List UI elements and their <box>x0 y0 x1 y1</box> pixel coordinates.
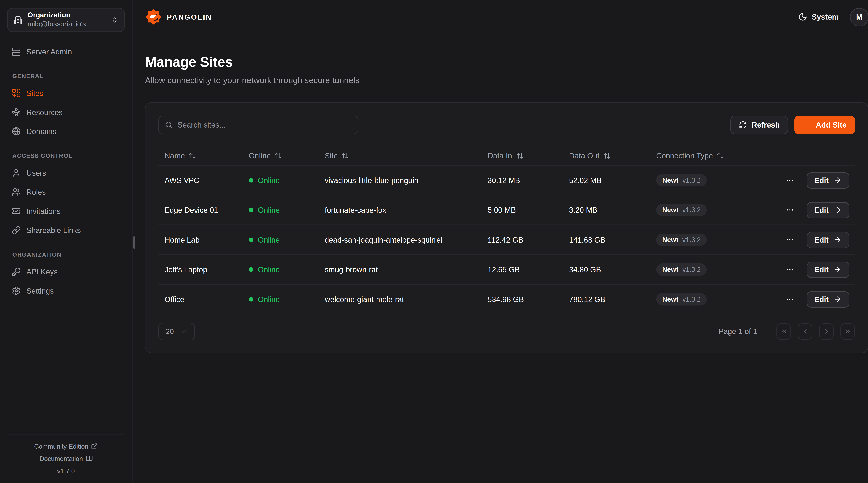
row-menu-button[interactable] <box>785 235 794 244</box>
search-input[interactable] <box>178 121 352 129</box>
chevron-right-icon <box>823 328 830 335</box>
cell-site: welcome-giant-mole-rat <box>318 295 482 303</box>
cell-data-out: 141.68 GB <box>563 235 650 244</box>
connection-badge: Newtv1.3.2 <box>656 263 707 276</box>
column-header-online[interactable]: Online <box>243 152 318 160</box>
sidebar-item-invitations[interactable]: Invitations <box>7 204 125 218</box>
arrow-right-icon <box>834 176 841 184</box>
search-icon <box>165 121 173 129</box>
table-row: Jeff's Laptop Online smug-brown-rat 12.6… <box>158 255 855 285</box>
globe-icon <box>12 127 21 136</box>
column-header-name[interactable]: Name <box>158 152 243 160</box>
sidebar-item-api-keys[interactable]: API Keys <box>7 264 125 279</box>
table-row: AWS VPC Online vivacious-little-blue-pen… <box>158 166 855 196</box>
sites-card: Refresh Add Site Name Online Site Data I… <box>145 102 868 353</box>
column-header-site[interactable]: Site <box>318 152 482 160</box>
ellipsis-icon <box>785 205 794 215</box>
last-page-button[interactable] <box>840 323 855 340</box>
chevron-left-icon <box>801 328 809 335</box>
external-link-icon <box>91 443 98 450</box>
moon-icon <box>798 12 807 21</box>
status-badge: Online <box>258 295 280 303</box>
page-size-select[interactable]: 20 <box>158 323 195 340</box>
connection-badge: Newtv1.3.2 <box>656 174 707 186</box>
brand[interactable]: PANGOLIN <box>145 8 212 25</box>
cell-data-out: 780.12 GB <box>563 295 650 303</box>
server-icon <box>12 47 21 56</box>
sort-icon <box>189 152 196 159</box>
connection-badge: Newtv1.3.2 <box>656 293 707 305</box>
cell-connection-type: Newtv1.3.2 <box>650 204 745 216</box>
sidebar-item-label: Settings <box>26 287 54 295</box>
online-dot <box>249 267 253 272</box>
status-badge: Online <box>258 206 280 214</box>
arrow-right-icon <box>834 236 841 244</box>
cell-data-out: 3.20 MB <box>563 206 650 214</box>
online-dot <box>249 297 253 301</box>
column-header-data-out[interactable]: Data Out <box>563 152 650 160</box>
row-menu-button[interactable] <box>785 295 794 304</box>
cell-name: AWS VPC <box>158 176 243 185</box>
cell-online: Online <box>243 176 318 185</box>
pangolin-logo-icon <box>145 8 162 25</box>
row-menu-button[interactable] <box>785 205 794 215</box>
status-badge: Online <box>258 176 280 185</box>
sidebar-item-domains[interactable]: Domains <box>7 124 125 139</box>
online-dot <box>249 237 253 242</box>
waypoints-icon <box>12 108 21 117</box>
chevrons-left-icon <box>780 328 787 335</box>
main-content: PANGOLIN System M Manage Sites Allow con… <box>133 0 868 483</box>
next-page-button[interactable] <box>819 323 834 340</box>
org-selector[interactable]: Organization milo@fossorial.io's ... <box>7 8 125 32</box>
documentation-link[interactable]: Documentation <box>39 452 93 465</box>
sidebar-item-shareable-links[interactable]: Shareable Links <box>7 223 125 237</box>
cell-connection-type: Newtv1.3.2 <box>650 263 745 276</box>
version-label: v1.7.0 <box>7 465 125 477</box>
sidebar-item-users[interactable]: Users <box>7 166 125 180</box>
chevron-down-icon <box>181 328 188 335</box>
pagination-bar: 20 Page 1 of 1 <box>158 323 855 340</box>
avatar[interactable]: M <box>850 8 868 26</box>
edit-button[interactable]: Edit <box>806 172 849 188</box>
edit-button[interactable]: Edit <box>806 291 849 308</box>
search-box <box>158 116 359 134</box>
cell-connection-type: Newtv1.3.2 <box>650 174 745 186</box>
ellipsis-icon <box>785 295 794 304</box>
column-header-data-in[interactable]: Data In <box>482 152 563 160</box>
sidebar-resize-handle[interactable] <box>133 236 135 249</box>
section-label-organization: ORGANIZATION <box>7 251 125 258</box>
building-icon <box>13 15 23 25</box>
cell-data-out: 52.02 MB <box>563 176 650 185</box>
theme-toggle-label: System <box>812 13 839 21</box>
edit-button[interactable]: Edit <box>806 261 849 278</box>
row-menu-button[interactable] <box>785 265 794 274</box>
column-header-connection-type[interactable]: Connection Type <box>650 152 745 160</box>
cell-online: Online <box>243 235 318 244</box>
community-edition-link[interactable]: Community Edition <box>34 440 98 452</box>
cell-name: Office <box>158 295 243 303</box>
previous-page-button[interactable] <box>798 323 812 340</box>
org-selector-value: milo@fossorial.io's ... <box>28 20 106 29</box>
book-open-icon <box>86 455 93 462</box>
sidebar-item-label: Invitations <box>26 207 61 215</box>
sidebar-item-label: Resources <box>26 108 63 117</box>
sidebar-item-roles[interactable]: Roles <box>7 185 125 199</box>
theme-toggle-button[interactable]: System <box>798 12 839 21</box>
sidebar-item-sites[interactable]: Sites <box>7 86 125 100</box>
ellipsis-icon <box>785 265 794 274</box>
brand-name: PANGOLIN <box>167 13 212 21</box>
edit-button[interactable]: Edit <box>806 232 849 248</box>
sites-table: Name Online Site Data In Data Out Connec… <box>158 147 855 315</box>
add-site-button[interactable]: Add Site <box>795 116 855 134</box>
connection-badge: Newtv1.3.2 <box>656 233 707 246</box>
sidebar-item-label: Server Admin <box>26 47 72 56</box>
first-page-button[interactable] <box>776 323 791 340</box>
edit-button[interactable]: Edit <box>806 202 849 218</box>
sidebar-item-resources[interactable]: Resources <box>7 105 125 120</box>
sidebar-item-settings[interactable]: Settings <box>7 284 125 298</box>
cell-online: Online <box>243 206 318 214</box>
refresh-button[interactable]: Refresh <box>730 116 788 134</box>
row-menu-button[interactable] <box>785 176 794 185</box>
sidebar-item-server-admin[interactable]: Server Admin <box>7 44 125 59</box>
sort-icon <box>717 152 724 159</box>
